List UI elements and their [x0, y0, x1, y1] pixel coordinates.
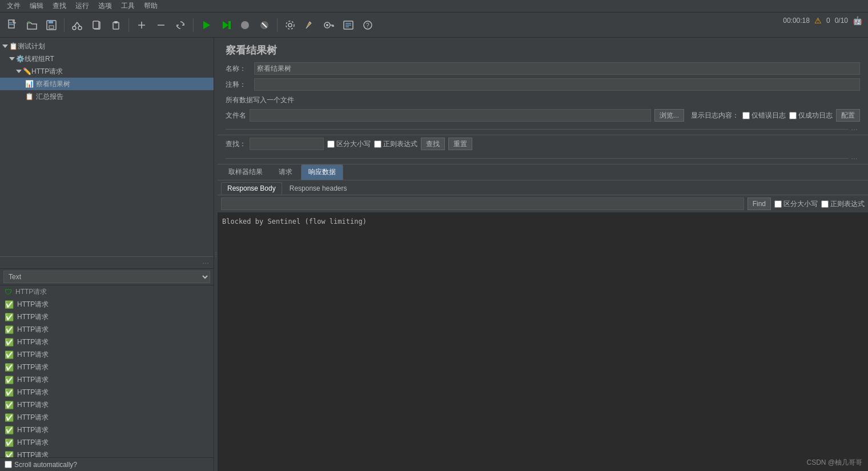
menu-options[interactable]: 选项	[94, 1, 116, 11]
gear-button[interactable]	[281, 16, 299, 34]
comment-input[interactable]	[254, 78, 860, 91]
stop-now-button[interactable]	[255, 16, 274, 34]
sub-tab-response-headers[interactable]: Response headers	[283, 182, 353, 195]
tab-response-data[interactable]: 响应数据	[301, 164, 343, 180]
svg-line-9	[77, 22, 80, 26]
menu-bar: 文件 编辑 查找 运行 选项 工具 帮助	[0, 0, 868, 13]
success-log-checkbox[interactable]	[789, 112, 797, 119]
response-regex-label[interactable]: 正则表达式	[821, 199, 865, 209]
regex-checkbox[interactable]	[374, 140, 381, 148]
run-no-pause-button[interactable]	[216, 16, 235, 34]
expand-arrow	[2, 45, 8, 48]
list-item[interactable]: ✅ HTTP请求	[0, 411, 214, 424]
menu-tools[interactable]: 工具	[116, 1, 139, 11]
list-item[interactable]: ✅ HTTP请求	[0, 424, 214, 436]
response-case-sensitive-checkbox[interactable]	[774, 200, 782, 208]
rotate-button[interactable]	[171, 16, 190, 34]
svg-point-23	[288, 23, 292, 27]
warning-icon: ⚠	[814, 16, 822, 25]
list-item[interactable]: ✅ HTTP请求	[0, 386, 214, 398]
help-button[interactable]: ?	[359, 16, 377, 34]
error-log-checkbox[interactable]	[742, 112, 750, 119]
status-icon: ✅	[5, 363, 14, 372]
list-item[interactable]: ✅ HTTP请求	[0, 436, 214, 449]
tree-test-plan[interactable]: 📋 测试计划	[0, 40, 214, 53]
text-type-select[interactable]: Text	[3, 271, 210, 283]
error-log-checkbox-label[interactable]: 仅错误日志	[742, 111, 786, 120]
list-item[interactable]: ✅ HTTP请求	[0, 311, 214, 323]
list-item[interactable]: ✅ HTTP请求	[0, 361, 214, 373]
name-input[interactable]	[254, 62, 860, 75]
browse-button[interactable]: 浏览...	[654, 109, 684, 122]
expand-arrow	[16, 70, 22, 73]
list-item[interactable]: ✅ HTTP请求	[0, 323, 214, 336]
reset-button[interactable]: 重置	[448, 138, 472, 150]
stop-button[interactable]	[236, 16, 254, 34]
scroll-auto-checkbox[interactable]	[5, 461, 12, 468]
tree-result-tree[interactable]: 📊 察看结果树	[0, 78, 214, 90]
save-button[interactable]	[42, 16, 61, 34]
new-button[interactable]	[3, 16, 22, 34]
success-log-checkbox-label[interactable]: 仅成功日志	[789, 111, 833, 120]
expand-button[interactable]	[132, 16, 151, 34]
list-item[interactable]: ✅ HTTP请求	[0, 298, 214, 311]
sub-tab-bar: Response Body Response headers	[218, 180, 868, 195]
status-icon: ✅	[5, 351, 14, 359]
sub-tab-response-body[interactable]: Response Body	[221, 182, 282, 195]
run-button[interactable]	[197, 16, 215, 34]
testplan-icon: 📋	[9, 42, 18, 50]
response-regex-checkbox[interactable]	[821, 200, 829, 208]
cut-button[interactable]	[68, 16, 86, 34]
progress: 0/10	[835, 17, 848, 25]
keys-button[interactable]	[320, 16, 338, 34]
menu-file[interactable]: 文件	[2, 1, 25, 11]
comment-label: 注释：	[226, 80, 254, 90]
svg-point-20	[241, 21, 249, 29]
tree-summary-report[interactable]: 📋 汇总报告	[0, 90, 214, 103]
list-item[interactable]: ✅ HTTP请求	[0, 373, 214, 386]
menu-run[interactable]: 运行	[71, 1, 94, 11]
menu-help[interactable]: 帮助	[139, 1, 162, 11]
search-input[interactable]	[250, 138, 324, 150]
copy-button[interactable]	[87, 16, 106, 34]
tree-area: 📋 测试计划 ⚙️ 线程组RT ✏️ HTTP请求 📊 察看结果树	[0, 38, 214, 256]
response-search-input[interactable]	[221, 198, 744, 210]
broom-button[interactable]	[300, 16, 319, 34]
paste-button[interactable]	[107, 16, 125, 34]
status-icon: ✅	[5, 300, 14, 309]
case-sensitive-label[interactable]: 区分大小写	[327, 139, 371, 149]
find-button[interactable]: 查找	[421, 138, 445, 150]
toolbar-sep-2	[128, 18, 129, 32]
more-dots-3[interactable]: ···	[849, 154, 860, 163]
open-button[interactable]	[23, 16, 41, 34]
case-sensitive-checkbox[interactable]	[327, 140, 335, 148]
list-item[interactable]: ✅ HTTP请求	[0, 449, 214, 457]
svg-line-8	[74, 22, 77, 26]
tree-http-request[interactable]: ✏️ HTTP请求	[0, 65, 214, 78]
list-item[interactable]: ✅ HTTP请求	[0, 348, 214, 361]
list-item[interactable]: 🛡 HTTP请求	[0, 285, 214, 298]
filename-input[interactable]	[250, 109, 651, 122]
toolbar-sep-1	[64, 18, 65, 32]
timer: 00:00:18	[783, 17, 810, 25]
svg-text:?: ?	[366, 22, 369, 29]
checklist-button[interactable]	[339, 16, 357, 34]
toolbar-sep-3	[193, 18, 194, 32]
response-find-button[interactable]: Find	[748, 198, 771, 210]
regex-label[interactable]: 正则表达式	[374, 139, 417, 149]
response-body-text: Blocked by Sentinel (flow limiting)	[222, 218, 367, 226]
tab-request[interactable]: 请求	[271, 164, 300, 180]
config-button[interactable]: 配置	[836, 109, 860, 122]
response-case-sensitive-label[interactable]: 区分大小写	[774, 199, 818, 209]
status-icon: ✅	[5, 338, 14, 347]
more-dots-2[interactable]: ···	[849, 124, 860, 134]
response-search-row: Find 区分大小写 正则表达式	[218, 195, 868, 213]
menu-find[interactable]: 查找	[48, 1, 71, 11]
tree-thread-group[interactable]: ⚙️ 线程组RT	[0, 53, 214, 65]
collapse-button[interactable]	[152, 16, 170, 34]
tab-sampler-result[interactable]: 取样器结果	[221, 164, 270, 180]
list-item[interactable]: ✅ HTTP请求	[0, 398, 214, 411]
list-item[interactable]: ✅ HTTP请求	[0, 336, 214, 348]
menu-edit[interactable]: 编辑	[25, 1, 48, 11]
more-dots-1[interactable]: ···	[200, 258, 211, 267]
